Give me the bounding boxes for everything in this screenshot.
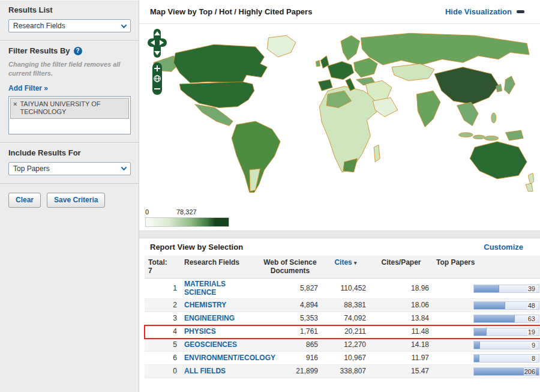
bar-value-label: 19 <box>527 328 536 336</box>
include-results-panel: Include Results For Top Papers <box>0 143 139 184</box>
total-label: Total: <box>148 258 177 267</box>
docs-cell: 5,353 <box>259 312 322 325</box>
bar-value-label: 8 <box>531 355 536 363</box>
cites-per-paper-cell: 18.06 <box>370 299 433 312</box>
help-icon[interactable]: ? <box>74 47 82 55</box>
docs-cell: 4,894 <box>259 299 322 312</box>
main-content: Map View by Top / Hot / Highly Cited Pap… <box>139 0 540 392</box>
bar-value-label: 48 <box>527 302 536 310</box>
table-row-highlighted: 4 PHYSICS 1,761 20,211 11.48 19 <box>145 325 540 339</box>
rank-cell: 6 <box>145 352 181 365</box>
hide-visualization-label: Hide Visualization <box>445 7 512 16</box>
filter-hint: Changing the filter field removes all cu… <box>8 60 130 78</box>
rank-cell: 3 <box>145 312 181 325</box>
total-value: 7 <box>148 267 177 275</box>
field-link[interactable]: ENGINEERING <box>184 315 235 323</box>
map-zoom-control[interactable] <box>152 62 163 95</box>
cites-per-paper-cell: 11.48 <box>370 325 433 339</box>
col-header-cites-per-paper: Cites/Paper <box>370 256 433 278</box>
cites-per-paper-cell: 15.47 <box>370 365 433 378</box>
col-header-cites-sort[interactable]: Cites ▾ <box>322 256 370 278</box>
rank-cell: 0 <box>145 365 181 378</box>
results-list-dropdown[interactable]: Research Fields <box>8 19 131 32</box>
map-view-header: Map View by Top / Hot / Highly Cited Pap… <box>139 0 540 24</box>
cites-cell: 110,452 <box>322 278 370 299</box>
top-papers-bar: 9 <box>473 341 539 349</box>
world-map-choropleth[interactable] <box>143 28 534 197</box>
customize-link[interactable]: Customize <box>484 243 523 252</box>
cites-cell: 88,381 <box>322 299 370 312</box>
bar-fill <box>474 315 515 322</box>
cites-per-paper-cell: 13.84 <box>370 312 433 325</box>
report-table: Total: 7 Research Fields Web of Science … <box>144 256 540 378</box>
hide-visualization-link[interactable]: Hide Visualization <box>445 7 524 16</box>
col-header-top-papers: Top Papers <box>433 256 540 278</box>
include-results-dropdown-value: Top Papers <box>13 164 50 173</box>
remove-filter-icon[interactable]: × <box>13 100 17 117</box>
rank-cell: 2 <box>145 299 181 312</box>
filter-tag-label: TAIYUAN UNIVERSITY OF TECHNOLOGY <box>20 100 126 117</box>
top-papers-bar: 63 <box>473 315 539 323</box>
results-list-dropdown-value: Research Fields <box>13 22 65 30</box>
docs-cell: 21,899 <box>259 365 322 378</box>
chevron-down-icon <box>121 164 127 170</box>
sort-desc-icon: ▾ <box>354 260 357 266</box>
rank-cell: 1 <box>145 278 181 299</box>
col-header-wos-documents: Web of Science Documents <box>259 256 322 278</box>
esi-application: Results List Research Fields Filter Resu… <box>0 0 540 392</box>
table-row: 6 ENVIRONMENT/ECOLOGY 916 10,967 11.97 8 <box>145 352 540 365</box>
cites-cell: 12,270 <box>322 339 370 352</box>
table-row: 0 ALL FIELDS 21,899 338,807 15.47 206 <box>145 365 540 378</box>
map-pan-control[interactable] <box>148 29 167 58</box>
rank-cell: 4 <box>145 325 181 339</box>
col-header-total: Total: 7 <box>145 256 181 278</box>
table-row: 3 ENGINEERING 5,353 74,092 13.84 63 <box>145 312 540 325</box>
bar-fill <box>474 328 487 336</box>
bar-value-label: 39 <box>527 285 536 292</box>
results-list-panel: Results List Research Fields <box>0 0 139 41</box>
filter-panel: Filter Results By ? Changing the filter … <box>0 41 139 143</box>
bar-fill <box>474 285 499 292</box>
clear-button[interactable]: Clear <box>8 193 41 208</box>
sidebar: Results List Research Fields Filter Resu… <box>0 0 139 392</box>
field-link[interactable]: ALL FIELDS <box>184 367 226 376</box>
cites-cell: 20,211 <box>322 325 370 339</box>
sidebar-actions: Clear Save Criteria <box>0 184 139 217</box>
bar-value-label: 9 <box>531 342 536 349</box>
bar-value-label: 206 <box>524 368 536 376</box>
cites-cell: 10,967 <box>322 352 370 365</box>
cites-per-paper-cell: 14.18 <box>370 339 433 352</box>
section-divider <box>139 231 540 238</box>
col-header-research-fields: Research Fields <box>181 256 259 278</box>
map-visualization: 0 78,327 <box>139 24 540 231</box>
legend-max-label: 78,327 <box>176 208 197 216</box>
field-link[interactable]: GEOSCIENCES <box>184 341 237 349</box>
docs-cell: 1,761 <box>259 325 322 339</box>
field-link[interactable]: CHEMISTRY <box>184 301 226 310</box>
map-legend: 0 78,327 <box>145 208 229 227</box>
field-link[interactable]: PHYSICS <box>184 328 216 336</box>
map-view-title: Map View by Top / Hot / Highly Cited Pap… <box>150 7 312 16</box>
top-papers-bar: 206 <box>473 367 539 376</box>
collapse-icon <box>517 10 524 13</box>
include-results-dropdown[interactable]: Top Papers <box>8 162 131 175</box>
include-results-title: Include Results For <box>8 148 130 157</box>
field-link[interactable]: ENVIRONMENT/ECOLOGY <box>184 354 275 363</box>
filter-tag[interactable]: × TAIYUAN UNIVERSITY OF TECHNOLOGY <box>10 98 129 119</box>
filter-title-text: Filter Results By <box>8 46 70 55</box>
save-criteria-button[interactable]: Save Criteria <box>47 193 105 208</box>
report-view-header: Report View by Selection Customize <box>139 238 540 256</box>
bar-value-label: 63 <box>527 315 536 322</box>
cites-cell: 338,807 <box>322 365 370 378</box>
cites-sort-label: Cites <box>334 258 352 267</box>
top-papers-bar: 8 <box>473 354 539 363</box>
table-row: 2 CHEMISTRY 4,894 88,381 18.06 48 <box>145 299 540 312</box>
legend-min-label: 0 <box>145 208 149 216</box>
field-link[interactable]: MATERIALS SCIENCE <box>184 280 255 297</box>
docs-cell: 865 <box>259 339 322 352</box>
results-list-title: Results List <box>8 5 130 14</box>
cites-cell: 74,092 <box>322 312 370 325</box>
bar-fill <box>474 355 479 362</box>
chevron-down-icon <box>121 22 127 28</box>
add-filter-link[interactable]: Add Filter » <box>8 84 48 92</box>
